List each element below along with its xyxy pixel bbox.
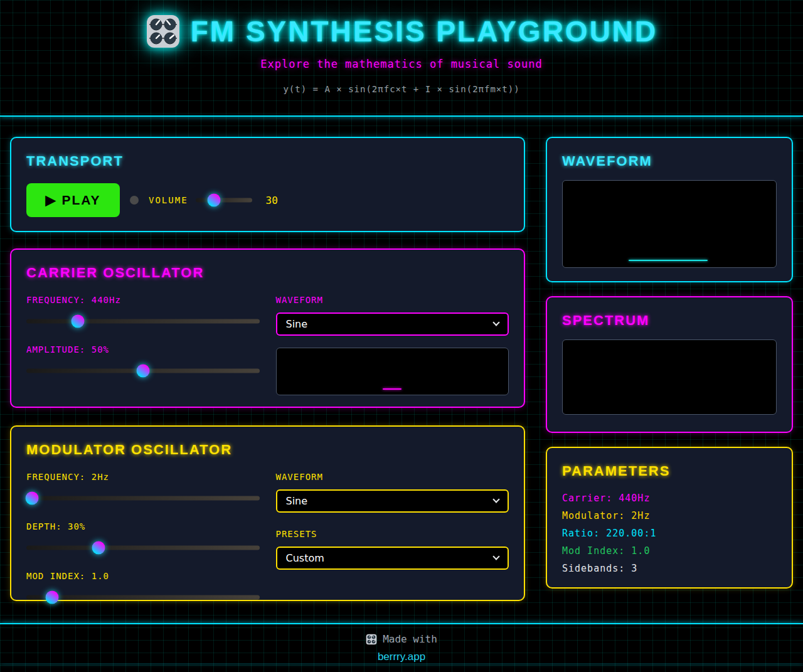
carrier-waveform-column: WAVEFORM Sine (276, 295, 509, 395)
page-title: FM SYNTHESIS PLAYGROUND (191, 14, 658, 48)
control-knobs-icon (366, 634, 377, 645)
param-carrier: Carrier: 440Hz (562, 489, 777, 507)
main-content: TRANSPORT ▶ PLAY VOLUME 30 CARRIER OSCIL… (0, 137, 803, 601)
spectrum-canvas (562, 339, 777, 415)
modulator-frequency-track[interactable] (26, 496, 260, 501)
modulator-frequency-slider[interactable] (26, 491, 260, 505)
right-column: WAVEFORM SPECTRUM PARAMETERS Carrier: 44… (546, 137, 793, 601)
made-with-text: Made with (383, 633, 437, 645)
volume-label: VOLUME (149, 195, 188, 205)
left-column: TRANSPORT ▶ PLAY VOLUME 30 CARRIER OSCIL… (10, 137, 525, 601)
carrier-amplitude-thumb[interactable] (136, 365, 149, 378)
modulator-oscillator-panel: MODULATOR OSCILLATOR FREQUENCY: 2Hz DEPT… (10, 425, 525, 601)
modulator-depth-thumb[interactable] (92, 541, 105, 555)
modulator-title: MODULATOR OSCILLATOR (26, 442, 509, 458)
play-button[interactable]: ▶ PLAY (26, 183, 120, 217)
modulator-depth-slider[interactable] (26, 541, 260, 555)
modulator-mod-index-track[interactable] (26, 595, 260, 600)
waveform-panel: WAVEFORM (546, 137, 793, 282)
page-subtitle: Explore the mathematics of musical sound (0, 58, 803, 70)
modulator-frequency-thumb[interactable] (26, 492, 39, 505)
waveform-canvas (562, 180, 777, 268)
modulator-mod-index-slider[interactable] (26, 590, 260, 604)
carrier-scope-canvas (276, 348, 509, 395)
status-led (130, 196, 139, 205)
param-ratio: Ratio: 220.00:1 (562, 525, 777, 542)
volume-slider-track[interactable] (196, 198, 252, 203)
fm-formula: y(t) = A × sin(2πfc×t + I × sin(2πfm×t)) (0, 84, 803, 94)
volume-value: 30 (266, 195, 278, 206)
berrry-app-link[interactable]: berrry.app (0, 651, 803, 663)
carrier-amplitude-slider[interactable] (26, 364, 260, 378)
volume-slider-thumb[interactable] (208, 194, 221, 207)
carrier-frequency-slider[interactable] (26, 314, 260, 328)
parameters-title: PARAMETERS (562, 463, 777, 479)
modulator-frequency-label: FREQUENCY: 2Hz (26, 472, 260, 482)
spectrum-panel: SPECTRUM (546, 296, 793, 433)
transport-title: TRANSPORT (26, 153, 509, 169)
carrier-sliders: FREQUENCY: 440Hz AMPLITUDE: 50% (26, 295, 260, 395)
modulator-selects-column: WAVEFORM Sine PRESETS Custom (276, 472, 509, 621)
modulator-mod-index-label: MOD INDEX: 1.0 (26, 571, 260, 581)
carrier-title: CARRIER OSCILLATOR (26, 265, 509, 281)
transport-panel: TRANSPORT ▶ PLAY VOLUME 30 (10, 137, 525, 232)
modulator-waveform-select[interactable]: Sine (276, 489, 509, 513)
param-mod-index: Mod Index: 1.0 (562, 542, 777, 560)
carrier-frequency-thumb[interactable] (71, 315, 84, 328)
carrier-frequency-track[interactable] (26, 319, 260, 324)
control-knobs-icon (146, 14, 181, 49)
carrier-oscillator-panel: CARRIER OSCILLATOR FREQUENCY: 440Hz AMPL… (10, 248, 525, 408)
modulator-depth-track[interactable] (26, 546, 260, 550)
param-modulator: Modulator: 2Hz (562, 507, 777, 525)
waveform-trace-line (629, 260, 708, 261)
app-header: FM SYNTHESIS PLAYGROUND Explore the math… (0, 0, 803, 117)
presets-select[interactable]: Custom (276, 547, 509, 570)
param-sidebands: Sidebands: 3 (562, 560, 777, 577)
carrier-waveform-select[interactable]: Sine (276, 312, 509, 336)
waveform-title: WAVEFORM (562, 153, 777, 169)
modulator-sliders: FREQUENCY: 2Hz DEPTH: 30% MOD INDEX: 1.0 (26, 472, 260, 621)
modulator-depth-label: DEPTH: 30% (26, 521, 260, 531)
carrier-amplitude-label: AMPLITUDE: 50% (26, 344, 260, 355)
carrier-trace-line (383, 388, 402, 390)
volume-slider[interactable] (196, 193, 252, 207)
modulator-mod-index-thumb[interactable] (45, 591, 58, 604)
presets-label: PRESETS (276, 529, 509, 539)
carrier-frequency-label: FREQUENCY: 440Hz (26, 295, 260, 305)
spectrum-title: SPECTRUM (562, 312, 777, 329)
app-footer: Made with berrry.app (0, 623, 803, 663)
carrier-waveform-label: WAVEFORM (276, 295, 509, 305)
modulator-waveform-label: WAVEFORM (276, 472, 509, 482)
parameters-panel: PARAMETERS Carrier: 440Hz Modulator: 2Hz… (546, 447, 793, 589)
parameters-list: Carrier: 440Hz Modulator: 2Hz Ratio: 220… (562, 489, 777, 577)
